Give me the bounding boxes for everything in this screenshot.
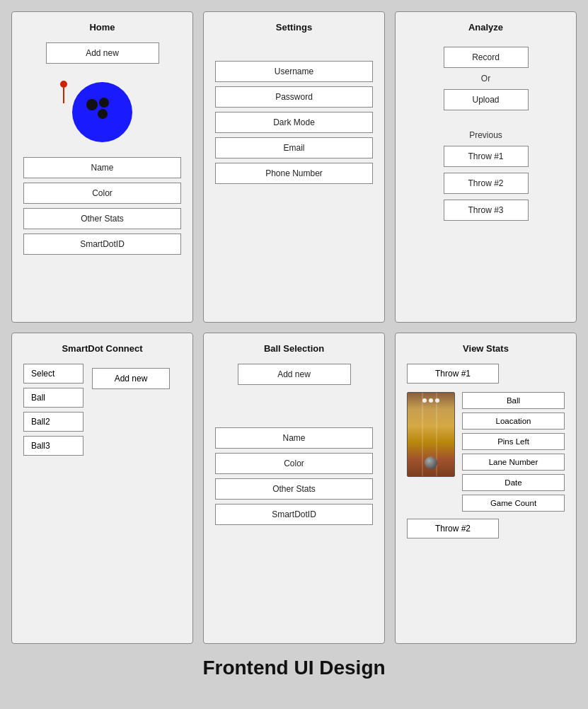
- throw3-button[interactable]: Throw #3: [444, 200, 529, 221]
- settings-password-button[interactable]: Password: [215, 86, 373, 108]
- smartdot-panel: SmartDot Connect Select Ball Ball2 Ball3…: [11, 333, 193, 644]
- ball-list: Select Ball Ball2 Ball3: [23, 364, 83, 456]
- stats-pins-left: Pins Left: [462, 433, 565, 450]
- stats-game-count: Game Count: [462, 495, 565, 512]
- throw2-button[interactable]: Throw #2: [444, 173, 529, 194]
- home-fields: Name Color Other Stats SmartDotID: [23, 157, 181, 255]
- view-stats-title: View Stats: [407, 343, 565, 354]
- stats-location: Loacation: [462, 413, 565, 430]
- pin-decoration: [60, 81, 67, 102]
- throw1-button[interactable]: Throw #1: [444, 146, 529, 167]
- analyze-panel: Analyze Record Or Upload Previous Throw …: [395, 11, 577, 323]
- view-stats-content: Throw #1 Ball: [407, 364, 565, 547]
- lane-image: [407, 392, 455, 477]
- analyze-center: Record Or Upload Previous Throw #1 Throw…: [407, 47, 565, 226]
- stats-lane-number: Lane Number: [462, 454, 565, 471]
- ball-selection-add-new-button[interactable]: Add new: [238, 364, 351, 385]
- ball2-button[interactable]: Ball2: [23, 412, 83, 432]
- ball3-button[interactable]: Ball3: [23, 436, 83, 456]
- home-color-button[interactable]: Color: [23, 183, 181, 204]
- home-name-button[interactable]: Name: [23, 157, 181, 178]
- ball-selection-color-button[interactable]: Color: [215, 453, 373, 474]
- bowling-hole-1: [86, 99, 98, 110]
- bowling-hole-3: [99, 98, 109, 108]
- upload-button[interactable]: Upload: [444, 89, 529, 110]
- throw-detail-row: Ball Loacation Pins Left Lane Number Dat…: [407, 392, 565, 512]
- smartdot-title: SmartDot Connect: [23, 343, 181, 354]
- ball-selection-other-stats-button[interactable]: Other Stats: [215, 478, 373, 500]
- settings-fields: Username Password Dark Mode Email Phone …: [215, 61, 373, 184]
- stats-ball: Ball: [462, 392, 565, 409]
- ball-selection-smartdotid-button[interactable]: SmartDotID: [215, 504, 373, 525]
- view-stats-throw1-button[interactable]: Throw #1: [407, 364, 499, 384]
- settings-panel: Settings Username Password Dark Mode Ema…: [203, 11, 385, 323]
- stats-date: Date: [462, 474, 565, 491]
- view-stats-throw2-button[interactable]: Throw #2: [407, 519, 499, 538]
- stats-fields: Ball Loacation Pins Left Lane Number Dat…: [462, 392, 565, 512]
- home-smartdotid-button[interactable]: SmartDotID: [23, 234, 181, 255]
- smartdot-content: Select Ball Ball2 Ball3 Add new: [23, 364, 181, 456]
- analyze-title: Analyze: [407, 22, 565, 33]
- home-title: Home: [23, 22, 181, 33]
- settings-darkmode-button[interactable]: Dark Mode: [215, 112, 373, 133]
- select-button[interactable]: Select: [23, 364, 83, 384]
- footer-title: Frontend UI Design: [11, 657, 577, 686]
- ball-selection-title: Ball Selection: [215, 343, 373, 354]
- ball-button[interactable]: Ball: [23, 388, 83, 408]
- bowling-ball: [72, 82, 132, 142]
- settings-username-button[interactable]: Username: [215, 61, 373, 82]
- record-button[interactable]: Record: [444, 47, 529, 68]
- settings-phone-button[interactable]: Phone Number: [215, 163, 373, 184]
- home-panel: Home Add new Name Color Other Stats Smar…: [11, 11, 193, 323]
- bowling-ball-area: [23, 75, 181, 146]
- ball-selection-panel: Ball Selection Add new Name Color Other …: [203, 333, 385, 644]
- settings-title: Settings: [215, 22, 373, 33]
- home-other-stats-button[interactable]: Other Stats: [23, 208, 181, 229]
- ball-selection-fields: Name Color Other Stats SmartDotID: [215, 427, 373, 525]
- view-stats-panel: View Stats Throw #1: [395, 333, 577, 644]
- bowling-hole-2: [98, 109, 108, 119]
- smartdot-add-new-button[interactable]: Add new: [92, 368, 170, 389]
- ball-selection-name-button[interactable]: Name: [215, 427, 373, 449]
- previous-label: Previous: [469, 130, 502, 140]
- home-add-new-button[interactable]: Add new: [46, 42, 159, 64]
- settings-email-button[interactable]: Email: [215, 137, 373, 158]
- or-text: Or: [481, 74, 490, 83]
